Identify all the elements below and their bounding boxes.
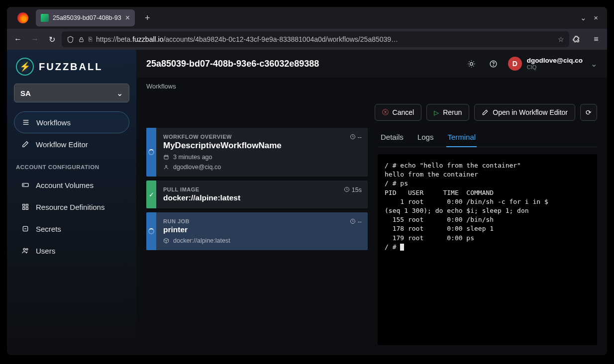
clock-icon [350, 134, 356, 140]
open-label: Open in Workflow Editor [493, 108, 568, 116]
user-org: CIQ [527, 64, 583, 71]
svg-rect-0 [80, 39, 84, 41]
sidebar-item-label: Resource Definitions [36, 203, 104, 211]
pull-image-card[interactable]: ✓ PULL IMAGE docker://alpine:latest 15s [146, 181, 368, 208]
svg-point-17 [166, 166, 167, 167]
card-duration: -- [358, 218, 362, 225]
window-close-icon[interactable]: × [594, 13, 598, 22]
svg-rect-9 [26, 207, 28, 209]
clock-icon [344, 186, 350, 192]
sidebar-item-editor[interactable]: Workflow Editor [14, 133, 129, 155]
users-icon [21, 247, 30, 255]
tab-details[interactable]: Details [380, 128, 405, 147]
card-label: RUN JOB [163, 218, 343, 224]
reload-button[interactable]: ↻ [45, 35, 59, 44]
shield-icon [67, 36, 74, 43]
run-job-card[interactable]: RUN JOB printer docker://alpine:latest [146, 212, 368, 250]
card-duration: -- [358, 134, 362, 141]
terminal-output[interactable]: / # echo "hello from the container" hell… [378, 154, 597, 345]
sidebar-item-label: Workflows [36, 118, 71, 127]
open-icon [482, 109, 489, 116]
url-text: https://beta.fuzzball.io/accounts/4ba982… [96, 35, 554, 43]
card-image: docker://alpine:latest [173, 237, 230, 244]
refresh-icon: ⟳ [586, 108, 592, 116]
back-button[interactable]: ← [11, 35, 25, 44]
page-title: 25a85039-bd07-408b-93e6-c36032e89388 [146, 59, 457, 69]
sidebar-item-label: Users [36, 247, 55, 255]
close-tab-icon[interactable]: × [125, 13, 130, 22]
card-title: printer [163, 225, 343, 234]
refresh-button[interactable]: ⟳ [580, 104, 597, 121]
svg-point-5 [23, 184, 24, 185]
firefox-icon [10, 12, 36, 23]
card-label: WORKFLOW OVERVIEW [163, 134, 343, 140]
cancel-icon: ⓧ [382, 108, 389, 117]
play-icon: ▷ [434, 109, 439, 116]
svg-rect-16 [164, 156, 168, 160]
svg-rect-8 [23, 207, 25, 209]
workflow-overview-card[interactable]: WORKFLOW OVERVIEW MyDescriptiveWorkflowN… [146, 128, 368, 177]
user-email: dgodlove@ciq.co [527, 57, 583, 65]
edit-icon [21, 140, 30, 148]
new-tab-button[interactable]: + [141, 11, 154, 25]
sidebar-section-label: ACCOUNT CONFIGURATION [14, 155, 129, 174]
user-icon [163, 164, 169, 170]
chevron-down-icon: ⌄ [591, 59, 597, 69]
context-selector[interactable]: SA ⌄ [14, 84, 129, 102]
app-menu-icon[interactable]: ≡ [589, 35, 603, 44]
cube-icon [163, 238, 169, 244]
svg-point-15 [493, 65, 494, 66]
logo[interactable]: ⚡ FUZZBALL [14, 58, 129, 84]
sidebar-item-secrets[interactable]: Secrets [14, 218, 129, 240]
list-icon [21, 118, 30, 126]
cancel-button[interactable]: ⓧ Cancel [375, 104, 422, 121]
sidebar-item-label: Workflow Editor [36, 140, 88, 149]
sidebar-item-volumes[interactable]: Account Volumes [14, 174, 129, 196]
svg-rect-7 [26, 204, 28, 206]
avatar: D [508, 57, 522, 71]
lock-icon [78, 36, 85, 43]
user-menu[interactable]: D dgodlove@ciq.co CIQ ⌄ [508, 57, 597, 71]
clock-icon [350, 218, 356, 224]
breadcrumb[interactable]: Workflows [146, 83, 597, 90]
browser-tab[interactable]: 25a85039-bd07-408b-93 × [36, 9, 135, 26]
logo-text: FUZZBALL [39, 61, 102, 73]
theme-toggle-icon[interactable] [464, 56, 479, 71]
secret-icon [21, 225, 30, 233]
status-strip-running [146, 128, 156, 177]
status-strip-running [146, 212, 156, 250]
help-icon[interactable] [486, 56, 501, 71]
sidebar-item-users[interactable]: Users [14, 240, 129, 262]
context-value: SA [20, 89, 31, 97]
open-editor-button[interactable]: Open in Workflow Editor [474, 104, 575, 121]
card-title: docker://alpine:latest [163, 193, 337, 202]
svg-point-13 [470, 62, 473, 65]
cancel-label: Cancel [393, 108, 414, 116]
terminal-cursor [400, 244, 404, 251]
card-time: 3 minutes ago [173, 154, 212, 161]
svg-point-11 [23, 248, 25, 250]
card-duration: 15s [352, 186, 362, 193]
rerun-label: Rerun [443, 108, 462, 116]
chevron-down-icon: ⌄ [116, 89, 123, 98]
tab-title: 25a85039-bd07-408b-93 [53, 14, 121, 21]
volume-icon [21, 181, 30, 189]
permissions-icon[interactable]: ⎘ [89, 36, 92, 43]
card-title: MyDescriptiveWorkflowName [163, 141, 343, 151]
url-field[interactable]: ⎘ https://beta.fuzzball.io/accounts/4ba9… [62, 31, 569, 47]
tab-favicon [41, 14, 49, 22]
extensions-icon[interactable] [572, 35, 586, 43]
tabs-dropdown-icon[interactable]: ⌄ [580, 13, 587, 22]
svg-rect-6 [23, 204, 25, 206]
tab-terminal[interactable]: Terminal [446, 128, 477, 147]
sidebar-item-label: Secrets [36, 225, 61, 233]
tab-logs[interactable]: Logs [416, 128, 435, 147]
sidebar-item-resources[interactable]: Resource Definitions [14, 196, 129, 218]
bookmark-icon[interactable]: ☆ [558, 35, 564, 43]
sidebar-item-label: Account Volumes [36, 181, 94, 189]
sidebar-item-workflows[interactable]: Workflows [14, 111, 129, 133]
calendar-icon [163, 154, 169, 160]
forward-button: → [28, 35, 42, 44]
rerun-button[interactable]: ▷ Rerun [426, 104, 469, 121]
resources-icon [21, 203, 30, 211]
